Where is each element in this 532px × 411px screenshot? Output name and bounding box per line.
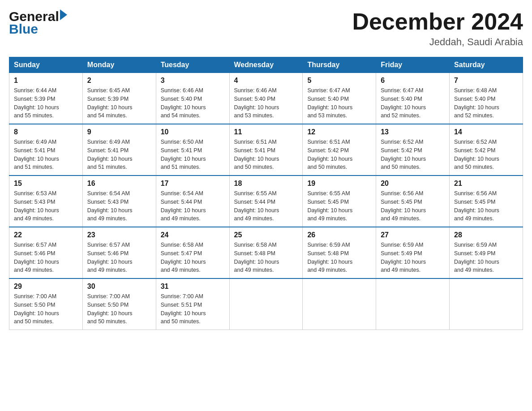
day-number: 16 — [87, 180, 151, 188]
calendar-cell: 25Sunrise: 6:58 AMSunset: 5:48 PMDayligh… — [229, 227, 303, 278]
day-number: 22 — [14, 231, 78, 239]
day-info: Sunrise: 6:59 AMSunset: 5:49 PMDaylight:… — [381, 241, 445, 274]
day-info: Sunrise: 6:55 AMSunset: 5:45 PMDaylight:… — [307, 189, 371, 223]
calendar-cell: 22Sunrise: 6:57 AMSunset: 5:46 PMDayligh… — [9, 227, 83, 278]
calendar-cell: 20Sunrise: 6:56 AMSunset: 5:45 PMDayligh… — [376, 176, 450, 227]
day-number: 21 — [454, 180, 518, 188]
calendar-cell — [303, 278, 376, 330]
calendar-header-tuesday: Tuesday — [156, 57, 229, 73]
calendar-cell: 21Sunrise: 6:56 AMSunset: 5:45 PMDayligh… — [450, 176, 523, 227]
calendar-cell: 7Sunrise: 6:48 AMSunset: 5:40 PMDaylight… — [450, 73, 523, 124]
day-info: Sunrise: 6:56 AMSunset: 5:45 PMDaylight:… — [381, 189, 445, 223]
day-info: Sunrise: 6:53 AMSunset: 5:43 PMDaylight:… — [14, 189, 78, 223]
day-number: 5 — [307, 77, 371, 85]
calendar-cell: 19Sunrise: 6:55 AMSunset: 5:45 PMDayligh… — [303, 176, 376, 227]
day-number: 3 — [161, 77, 225, 85]
logo: General Blue — [9, 9, 67, 37]
day-info: Sunrise: 7:00 AMSunset: 5:51 PMDaylight:… — [161, 292, 225, 326]
month-title: December 2024 — [352, 9, 523, 34]
day-number: 10 — [161, 128, 225, 136]
day-info: Sunrise: 6:51 AMSunset: 5:41 PMDaylight:… — [234, 138, 298, 171]
day-number: 31 — [161, 283, 225, 291]
day-number: 28 — [454, 231, 518, 239]
day-info: Sunrise: 7:00 AMSunset: 5:50 PMDaylight:… — [87, 292, 151, 326]
day-info: Sunrise: 6:51 AMSunset: 5:42 PMDaylight:… — [307, 138, 371, 171]
day-info: Sunrise: 6:48 AMSunset: 5:40 PMDaylight:… — [454, 86, 518, 120]
day-info: Sunrise: 6:50 AMSunset: 5:41 PMDaylight:… — [161, 138, 225, 171]
calendar-table: SundayMondayTuesdayWednesdayThursdayFrid… — [9, 57, 523, 330]
calendar-header-monday: Monday — [82, 57, 156, 73]
location-text: Jeddah, Saudi Arabia — [352, 36, 523, 48]
day-number: 26 — [307, 231, 371, 239]
day-info: Sunrise: 6:49 AMSunset: 5:41 PMDaylight:… — [87, 138, 151, 171]
day-info: Sunrise: 6:57 AMSunset: 5:46 PMDaylight:… — [14, 241, 78, 274]
day-info: Sunrise: 6:54 AMSunset: 5:44 PMDaylight:… — [161, 189, 225, 223]
day-number: 6 — [381, 77, 445, 85]
calendar-cell — [376, 278, 450, 330]
day-info: Sunrise: 6:58 AMSunset: 5:48 PMDaylight:… — [234, 241, 298, 274]
calendar-header-row: SundayMondayTuesdayWednesdayThursdayFrid… — [9, 57, 523, 73]
calendar-cell: 14Sunrise: 6:52 AMSunset: 5:42 PMDayligh… — [450, 124, 523, 176]
calendar-cell: 11Sunrise: 6:51 AMSunset: 5:41 PMDayligh… — [229, 124, 303, 176]
day-number: 8 — [14, 128, 78, 136]
logo-arrow-icon — [60, 9, 67, 20]
day-number: 19 — [307, 180, 371, 188]
logo-blue-text: Blue — [9, 21, 38, 37]
day-number: 30 — [87, 283, 151, 291]
calendar-cell: 27Sunrise: 6:59 AMSunset: 5:49 PMDayligh… — [376, 227, 450, 278]
day-number: 14 — [454, 128, 518, 136]
day-number: 25 — [234, 231, 298, 239]
calendar-cell: 4Sunrise: 6:46 AMSunset: 5:40 PMDaylight… — [229, 73, 303, 124]
calendar-cell: 29Sunrise: 7:00 AMSunset: 5:50 PMDayligh… — [9, 278, 83, 330]
day-info: Sunrise: 6:59 AMSunset: 5:48 PMDaylight:… — [307, 241, 371, 274]
calendar-cell: 5Sunrise: 6:47 AMSunset: 5:40 PMDaylight… — [303, 73, 376, 124]
calendar-header-thursday: Thursday — [303, 57, 376, 73]
day-info: Sunrise: 6:47 AMSunset: 5:40 PMDaylight:… — [307, 86, 371, 120]
day-info: Sunrise: 6:57 AMSunset: 5:46 PMDaylight:… — [87, 241, 151, 274]
calendar-week-row: 29Sunrise: 7:00 AMSunset: 5:50 PMDayligh… — [9, 278, 523, 330]
day-number: 24 — [161, 231, 225, 239]
calendar-cell: 24Sunrise: 6:58 AMSunset: 5:47 PMDayligh… — [156, 227, 229, 278]
calendar-cell: 2Sunrise: 6:45 AMSunset: 5:39 PMDaylight… — [82, 73, 156, 124]
day-number: 13 — [381, 128, 445, 136]
calendar-cell: 8Sunrise: 6:49 AMSunset: 5:41 PMDaylight… — [9, 124, 83, 176]
day-info: Sunrise: 6:52 AMSunset: 5:42 PMDaylight:… — [454, 138, 518, 171]
calendar-cell: 15Sunrise: 6:53 AMSunset: 5:43 PMDayligh… — [9, 176, 83, 227]
day-info: Sunrise: 6:44 AMSunset: 5:39 PMDaylight:… — [14, 86, 78, 120]
day-number: 2 — [87, 77, 151, 85]
calendar-week-row: 8Sunrise: 6:49 AMSunset: 5:41 PMDaylight… — [9, 124, 523, 176]
calendar-cell: 3Sunrise: 6:46 AMSunset: 5:40 PMDaylight… — [156, 73, 229, 124]
day-number: 23 — [87, 231, 151, 239]
day-number: 20 — [381, 180, 445, 188]
calendar-cell: 31Sunrise: 7:00 AMSunset: 5:51 PMDayligh… — [156, 278, 229, 330]
day-info: Sunrise: 6:59 AMSunset: 5:49 PMDaylight:… — [454, 241, 518, 274]
calendar-cell: 6Sunrise: 6:47 AMSunset: 5:40 PMDaylight… — [376, 73, 450, 124]
day-number: 11 — [234, 128, 298, 136]
day-number: 4 — [234, 77, 298, 85]
day-number: 15 — [14, 180, 78, 188]
calendar-cell: 23Sunrise: 6:57 AMSunset: 5:46 PMDayligh… — [82, 227, 156, 278]
title-section: December 2024 Jeddah, Saudi Arabia — [352, 9, 523, 48]
page-header: General Blue December 2024 Jeddah, Saudi… — [9, 9, 523, 48]
day-number: 1 — [14, 77, 78, 85]
calendar-cell: 28Sunrise: 6:59 AMSunset: 5:49 PMDayligh… — [450, 227, 523, 278]
calendar-cell: 13Sunrise: 6:52 AMSunset: 5:42 PMDayligh… — [376, 124, 450, 176]
calendar-header-friday: Friday — [376, 57, 450, 73]
day-info: Sunrise: 6:58 AMSunset: 5:47 PMDaylight:… — [161, 241, 225, 274]
day-info: Sunrise: 6:52 AMSunset: 5:42 PMDaylight:… — [381, 138, 445, 171]
day-number: 18 — [234, 180, 298, 188]
calendar-header-sunday: Sunday — [9, 57, 83, 73]
day-number: 7 — [454, 77, 518, 85]
day-number: 12 — [307, 128, 371, 136]
day-info: Sunrise: 6:46 AMSunset: 5:40 PMDaylight:… — [234, 86, 298, 120]
calendar-cell: 16Sunrise: 6:54 AMSunset: 5:43 PMDayligh… — [82, 176, 156, 227]
day-number: 29 — [14, 283, 78, 291]
calendar-week-row: 22Sunrise: 6:57 AMSunset: 5:46 PMDayligh… — [9, 227, 523, 278]
day-number: 17 — [161, 180, 225, 188]
day-info: Sunrise: 6:46 AMSunset: 5:40 PMDaylight:… — [161, 86, 225, 120]
calendar-cell: 30Sunrise: 7:00 AMSunset: 5:50 PMDayligh… — [82, 278, 156, 330]
day-info: Sunrise: 6:45 AMSunset: 5:39 PMDaylight:… — [87, 86, 151, 120]
calendar-cell: 26Sunrise: 6:59 AMSunset: 5:48 PMDayligh… — [303, 227, 376, 278]
calendar-cell: 10Sunrise: 6:50 AMSunset: 5:41 PMDayligh… — [156, 124, 229, 176]
day-info: Sunrise: 6:56 AMSunset: 5:45 PMDaylight:… — [454, 189, 518, 223]
